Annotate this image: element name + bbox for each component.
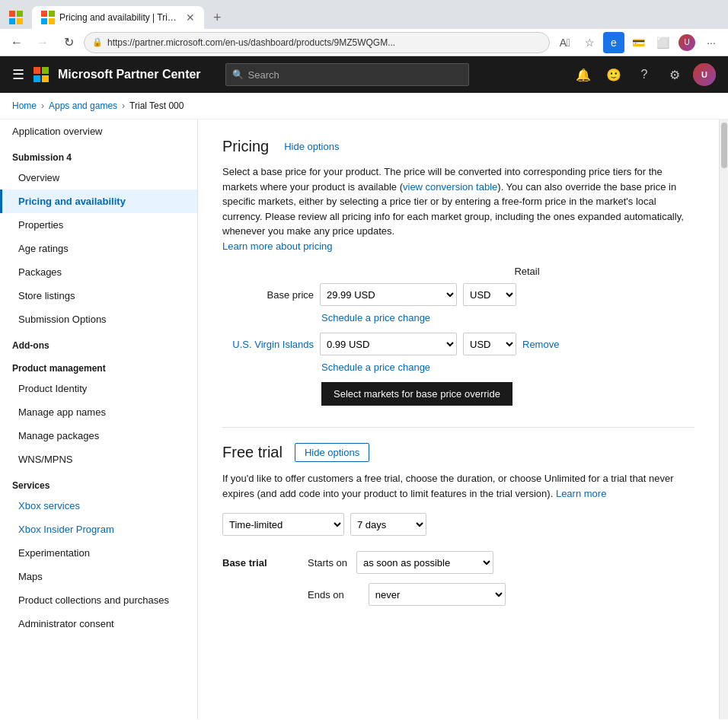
browser-chrome: Pricing and availability | Trial Test ✕ … [0,0,728,56]
ends-on-label: Ends on [308,589,344,601]
sidebar-item-experimentation[interactable]: Experimentation [0,541,197,565]
tab-inactive[interactable] [0,6,32,29]
vi-price-select[interactable]: 0.99 USD [320,333,457,355]
base-currency-select[interactable]: USD [463,283,516,306]
tab-title: Pricing and availability | Trial Test [59,12,181,23]
sidebar-item-product-collections[interactable]: Product collections and purchases [0,588,197,612]
lock-icon: 🔒 [92,37,103,47]
free-trial-header: Free trial Hide options [222,443,694,462]
learn-more-pricing[interactable]: Learn more about pricing [222,241,333,252]
more-btn[interactable]: ··· [701,32,722,53]
scrollbar[interactable] [719,119,728,719]
refresh-btn[interactable]: ↻ [58,32,79,53]
hamburger-menu[interactable]: ☰ [12,66,24,83]
pricing-hide-options[interactable]: Hide options [284,141,339,152]
schedule-link-row1: Schedule a price change [321,312,694,323]
base-trial-section: Base trial Starts on as soon as possible… [222,551,694,606]
trial-duration-select[interactable]: 7 days 14 days 30 days 60 days [350,513,426,536]
view-conversion-link[interactable]: view conversion table [403,181,497,193]
main-layout: Application overview Submission 4 Overvi… [0,119,728,719]
schedule-price-change-link2[interactable]: Schedule a price change [321,362,430,373]
screenshot-btn[interactable]: ⬜ [652,32,673,53]
trial-learn-more[interactable]: Learn more [556,488,606,499]
avatar[interactable]: U [693,63,716,86]
breadcrumb-current: Trial Test 000 [129,100,184,111]
tab-active[interactable]: Pricing and availability | Trial Test ✕ [32,6,204,29]
base-price-label: Base price [222,289,314,301]
schedule-price-change-link1[interactable]: Schedule a price change [321,312,430,323]
sidebar-item-product-identity[interactable]: Product Identity [0,377,197,400]
breadcrumb-apps[interactable]: Apps and games [49,100,117,111]
address-bar: ← → ↻ 🔒 https://partner.microsoft.com/en… [0,29,728,56]
ends-on-select[interactable]: never specific date [369,583,506,606]
vi-currency-select[interactable]: USD [463,333,516,355]
sidebar-item-properties[interactable]: Properties [0,213,197,237]
starts-on-label: Starts on [308,557,347,569]
search-input[interactable] [248,69,462,81]
sidebar-item-age-ratings[interactable]: Age ratings [0,237,197,260]
services-label: Services [0,471,197,494]
sidebar: Application overview Submission 4 Overvi… [0,119,198,719]
app-title: Microsoft Partner Center [58,68,201,81]
vi-market-label[interactable]: U.S. Virgin Islands [222,339,314,350]
sidebar-item-xbox-services[interactable]: Xbox services [0,494,197,518]
notification-btn[interactable]: 🔔 [571,62,595,87]
back-btn[interactable]: ← [6,32,27,53]
ends-on-row: Ends on never specific date [222,583,694,606]
retail-label: Retail [359,266,694,277]
search-box: 🔍 [225,63,469,86]
sidebar-item-admin-consent[interactable]: Administrator consent [0,612,197,636]
base-price-select[interactable]: 29.99 USD [320,283,457,306]
submission-label: Submission 4 [0,143,197,166]
sidebar-item-pricing[interactable]: Pricing and availability [0,190,197,213]
starts-on-select[interactable]: as soon as possible specific date [356,551,493,574]
url-box[interactable]: 🔒 https://partner.microsoft.com/en-us/da… [84,32,550,53]
breadcrumb: Home › Apps and games › Trial Test 000 [0,93,728,119]
help-btn[interactable]: ? [632,62,656,87]
pricing-title: Pricing [222,138,269,155]
wallet-btn[interactable]: 💳 [627,32,649,53]
profile-btn[interactable]: A⃝ [554,32,576,53]
sidebar-item-wns-mpns[interactable]: WNS/MPNS [0,448,197,471]
sidebar-item-submission-options[interactable]: Submission Options [0,307,197,331]
header-icons: 🔔 🙂 ? ⚙ U [571,62,716,87]
add-ons-label: Add-ons [0,331,197,354]
pricing-header: Pricing Hide options [222,138,694,155]
sidebar-item-packages[interactable]: Packages [0,260,197,284]
sidebar-item-manage-app-names[interactable]: Manage app names [0,400,197,424]
sidebar-item-xbox-insider[interactable]: Xbox Insider Program [0,518,197,541]
url-text: https://partner.microsoft.com/en-us/dash… [107,37,541,48]
sidebar-item-app-overview[interactable]: Application overview [0,119,197,143]
section-divider [222,427,694,428]
trial-options-row: Time-limited Unlimited No free trial 7 d… [222,513,694,536]
starts-on-row: Base trial Starts on as soon as possible… [222,551,694,574]
trial-type-select[interactable]: Time-limited Unlimited No free trial [222,513,344,536]
trial-description: If you'd like to offer customers a free … [222,471,694,501]
vi-remove-link[interactable]: Remove [522,339,559,350]
select-markets-btn[interactable]: Select markets for base price override [321,382,512,406]
base-trial-label: Base trial [222,557,299,569]
app-header: ☰ Microsoft Partner Center 🔍 🔔 🙂 ? ⚙ U [0,56,728,93]
ms-favicon [9,11,23,24]
breadcrumb-home[interactable]: Home [12,100,37,111]
browser-icons: A⃝ ☆ e 💳 ⬜ U ··· [554,32,722,53]
content-area: Pricing Hide options Select a base price… [198,119,719,719]
free-trial-hide-options[interactable]: Hide options [295,443,369,462]
vi-price-row: U.S. Virgin Islands 0.99 USD USD Remove [222,333,694,355]
forward-btn[interactable]: → [32,32,53,53]
tab-close-btn[interactable]: ✕ [186,11,195,24]
settings-btn[interactable]: ⚙ [663,62,687,87]
favorites-btn[interactable]: ☆ [579,32,600,53]
sidebar-item-store-listings[interactable]: Store listings [0,284,197,307]
sidebar-item-manage-packages[interactable]: Manage packages [0,424,197,448]
product-mgmt-label: Product management [0,354,197,377]
search-icon: 🔍 [232,69,244,80]
sidebar-item-overview[interactable]: Overview [0,166,197,190]
extension-btn[interactable]: e [603,32,624,53]
emoji-btn[interactable]: 🙂 [602,62,626,87]
schedule-link-row2: Schedule a price change [321,362,694,373]
user-avatar-btn[interactable]: U [676,32,698,53]
tab-favicon [41,11,55,24]
sidebar-item-maps[interactable]: Maps [0,565,197,588]
new-tab-btn[interactable]: + [204,6,231,29]
